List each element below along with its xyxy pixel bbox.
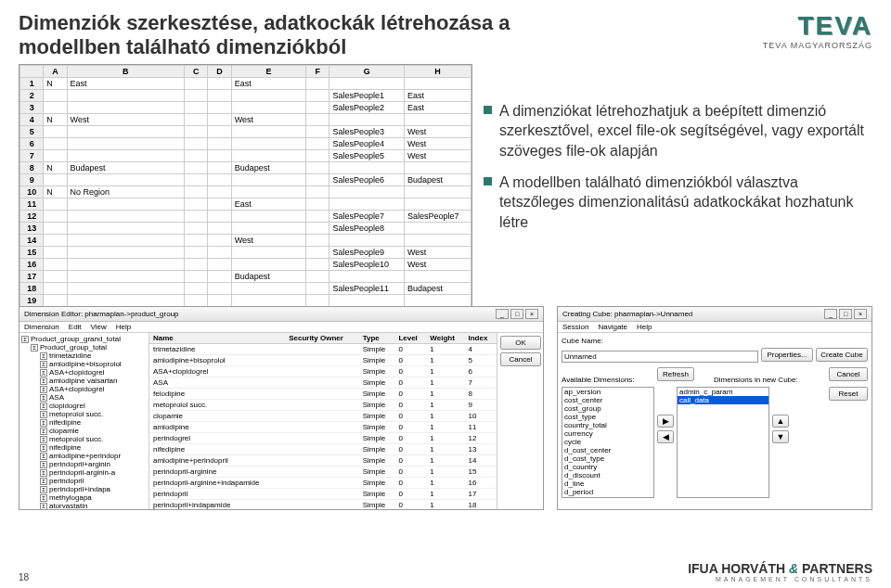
tree-item[interactable]: Σ perindopril bbox=[21, 477, 147, 485]
dimension-tree[interactable]: Σ Product_group_grand_totalΣ Product_gro… bbox=[19, 333, 149, 509]
dimension-editor-window: Dimension Editor: pharmaplan->product_gr… bbox=[19, 306, 544, 510]
list-item[interactable]: cost_group bbox=[562, 404, 653, 413]
minimize-icon[interactable]: _ bbox=[824, 309, 837, 319]
table-row[interactable]: perindopril-arginine+indapamideSimple011… bbox=[149, 478, 497, 489]
tree-item[interactable]: Σ clopamie bbox=[21, 427, 147, 435]
table-row[interactable]: amlodipine+bisoprololSimple015 bbox=[149, 355, 497, 366]
table-row[interactable]: clopamieSimple0110 bbox=[149, 411, 497, 422]
ok-button[interactable]: OK bbox=[500, 336, 541, 350]
teva-logo: TEVA TEVA MAGYARORSZÁG bbox=[763, 11, 872, 50]
bullet-square-icon bbox=[484, 177, 492, 185]
close-icon[interactable]: × bbox=[525, 309, 538, 319]
tree-item[interactable]: Σ amlodipine+bisoprolol bbox=[21, 360, 147, 368]
list-item[interactable]: d_country bbox=[562, 463, 653, 471]
list-item[interactable]: cost_type bbox=[562, 413, 653, 421]
refresh-button[interactable]: Refresh bbox=[657, 367, 694, 381]
list-item[interactable]: cost_center bbox=[562, 396, 653, 404]
bullet-item: A modellben található dimenziókból válas… bbox=[484, 173, 872, 233]
tree-item[interactable]: Σ perindopril-arginin-a bbox=[21, 468, 147, 477]
cube-name-input[interactable] bbox=[562, 351, 758, 363]
table-row[interactable]: felodipineSimple018 bbox=[149, 389, 497, 400]
table-row[interactable]: amlodipineSimple0111 bbox=[149, 422, 497, 433]
tree-item[interactable]: Σ perindopril+indapa bbox=[21, 485, 147, 493]
cube-name-label: Cube Name: bbox=[562, 337, 603, 345]
menubar[interactable]: Dimension Edit View Help bbox=[19, 322, 543, 333]
list-item[interactable]: d_cost_type bbox=[562, 454, 653, 463]
list-item[interactable]: admin_c_param bbox=[678, 388, 768, 396]
cancel-button[interactable]: Cancel bbox=[829, 367, 868, 381]
tree-item[interactable]: Σ amlodipine valsartan bbox=[21, 377, 147, 385]
list-item[interactable]: call_data bbox=[678, 396, 768, 404]
tree-item[interactable]: Σ ASA bbox=[21, 393, 147, 402]
table-row[interactable]: amlodipine+perindoprilSimple0114 bbox=[149, 455, 497, 467]
list-item[interactable]: cycle bbox=[562, 438, 653, 446]
list-item[interactable]: currency bbox=[562, 429, 653, 438]
list-item[interactable]: ap_version bbox=[562, 388, 653, 396]
list-item[interactable]: d_cost_center bbox=[562, 446, 653, 454]
tree-item[interactable]: Σ nifedipine bbox=[21, 418, 147, 427]
cube-creator-window: Creating Cube: pharmaplan->Unnamed _ □ ×… bbox=[557, 306, 872, 510]
create-cube-button[interactable]: Create Cube bbox=[816, 348, 868, 362]
table-row[interactable]: trimetazidineSimple014 bbox=[149, 344, 497, 355]
tree-item[interactable]: Σ Product_group_grand_total bbox=[21, 335, 147, 343]
properties-button[interactable]: Properties... bbox=[761, 348, 813, 362]
tree-item[interactable]: Σ trimetazidine bbox=[21, 352, 147, 360]
bullet-square-icon bbox=[484, 106, 492, 114]
tree-item[interactable]: Σ ASA+clopidogrel bbox=[21, 385, 147, 393]
move-left-icon[interactable]: ◀ bbox=[657, 430, 674, 443]
window-title: Dimension Editor: pharmaplan->product_gr… bbox=[24, 310, 179, 318]
tree-item[interactable]: Σ perindopril+arginin bbox=[21, 460, 147, 468]
table-row[interactable]: metoprolol succ.Simple019 bbox=[149, 400, 497, 411]
tree-item[interactable]: Σ metoprolol succ. bbox=[21, 435, 147, 443]
in-cube-dimensions-list[interactable]: admin_c_paramcall_data bbox=[677, 387, 769, 498]
ifua-logo: IFUA HORVÁTH & PARTNERS MANAGEMENT CONSU… bbox=[688, 561, 872, 582]
dimension-grid[interactable]: NameSecurity OwnerTypeLevelWeightIndextr… bbox=[149, 333, 497, 509]
slide-title: Dimenziók szerkesztése, adatkockák létre… bbox=[19, 11, 594, 60]
table-row[interactable]: perindopril-arginineSimple0115 bbox=[149, 467, 497, 478]
table-row[interactable]: perindoprilSimple0117 bbox=[149, 489, 497, 500]
list-item[interactable]: d_line bbox=[562, 479, 653, 488]
tree-item[interactable]: Σ amlodipine+perindopr bbox=[21, 452, 147, 460]
in-cube-label: Dimensions in new Cube: bbox=[714, 376, 798, 384]
move-down-icon[interactable]: ▼ bbox=[772, 430, 789, 443]
close-icon[interactable]: × bbox=[854, 309, 867, 319]
list-item[interactable]: country_total bbox=[562, 421, 653, 429]
move-right-icon[interactable]: ▶ bbox=[657, 415, 674, 428]
list-item[interactable]: d_discount bbox=[562, 471, 653, 479]
table-row[interactable]: nifedipineSimple0113 bbox=[149, 444, 497, 455]
cancel-button[interactable]: Cancel bbox=[500, 352, 541, 366]
maximize-icon[interactable]: □ bbox=[839, 309, 852, 319]
tree-item[interactable]: Σ metoprolol succ. bbox=[21, 410, 147, 418]
table-row[interactable]: perindopril+indapamideSimple0118 bbox=[149, 500, 497, 510]
table-row[interactable]: ASA+clopidogrelSimple016 bbox=[149, 366, 497, 377]
window-title: Creating Cube: pharmaplan->Unnamed bbox=[562, 310, 692, 318]
list-item[interactable]: d_prd bbox=[562, 496, 653, 498]
tree-item[interactable]: Σ atorvastatin bbox=[21, 502, 147, 509]
tree-item[interactable]: Σ clopidogrel bbox=[21, 402, 147, 410]
reset-button[interactable]: Reset bbox=[829, 387, 868, 401]
menubar[interactable]: Session Navigate Help bbox=[558, 322, 872, 333]
tree-item[interactable]: Σ ASA+clopidogrel bbox=[21, 368, 147, 377]
tree-item[interactable]: Σ methylogapa bbox=[21, 493, 147, 502]
list-item[interactable]: d_period bbox=[562, 488, 653, 496]
available-dims-label: Available Dimensions: bbox=[562, 376, 654, 384]
available-dimensions-list[interactable]: ap_versioncost_centercost_groupcost_type… bbox=[562, 387, 654, 498]
tree-item[interactable]: Σ nifedipine bbox=[21, 443, 147, 452]
bullet-item: A dimenziókat létrehozhatjuk a beépített… bbox=[484, 101, 872, 161]
minimize-icon[interactable]: _ bbox=[496, 309, 509, 319]
maximize-icon[interactable]: □ bbox=[510, 309, 523, 319]
table-row[interactable]: perindogrelSimple0112 bbox=[149, 433, 497, 444]
table-row[interactable]: ASASimple017 bbox=[149, 377, 497, 389]
page-number: 18 bbox=[19, 572, 29, 582]
tree-item[interactable]: Σ Product_group_total bbox=[21, 343, 147, 352]
move-up-icon[interactable]: ▲ bbox=[772, 415, 789, 428]
